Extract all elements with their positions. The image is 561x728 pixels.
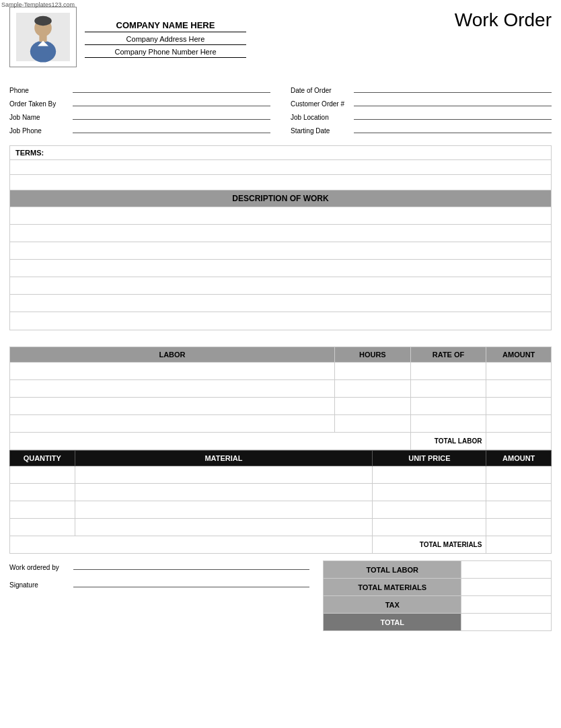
labor-row-4[interactable] — [10, 415, 552, 433]
work-ordered-by-line[interactable] — [73, 560, 309, 570]
job-name-line[interactable] — [73, 110, 270, 120]
company-address: Company Address Here — [85, 35, 246, 45]
material-row-2-desc[interactable] — [75, 484, 373, 501]
signature-line[interactable] — [73, 578, 309, 587]
labor-row-2-rate[interactable] — [410, 380, 486, 398]
header-left: COMPANY NAME HERE Company Address Here C… — [9, 7, 246, 67]
field-customer-order: Customer Order # — [291, 97, 552, 108]
labor-header-row: LABOR HOURS RATE OF AMOUNT — [10, 347, 552, 363]
field-job-location: Job Location — [291, 110, 552, 121]
summary-total-label: TOTAL — [324, 614, 461, 631]
labor-row-3-rate[interactable] — [410, 398, 486, 415]
summary-total-value[interactable] — [461, 614, 552, 631]
material-col-amount: AMOUNT — [486, 451, 552, 466]
phone-line[interactable] — [73, 83, 270, 93]
terms-row-2[interactable] — [10, 175, 551, 190]
material-row-4-unit[interactable] — [373, 519, 486, 536]
material-row-3-qty[interactable] — [10, 501, 75, 519]
labor-row-3[interactable] — [10, 398, 552, 415]
signature-field: Signature — [9, 578, 309, 589]
material-row-3-amount[interactable] — [486, 501, 552, 519]
desc-row-6[interactable] — [10, 295, 551, 312]
labor-row-1-rate[interactable] — [410, 363, 486, 380]
labor-row-4-rate[interactable] — [410, 415, 486, 433]
summary-total-materials-label: TOTAL MATERIALS — [324, 579, 461, 596]
fields-row-2: Order Taken By Customer Order # — [9, 97, 552, 108]
desc-row-2[interactable] — [10, 225, 551, 242]
material-row-2-unit[interactable] — [373, 484, 486, 501]
logo-person-icon — [16, 10, 70, 64]
customer-order-label: Customer Order # — [291, 100, 351, 108]
header: COMPANY NAME HERE Company Address Here C… — [9, 7, 552, 67]
material-row-1-amount[interactable] — [486, 466, 552, 484]
summary-row-total: TOTAL — [324, 614, 552, 631]
job-phone-line[interactable] — [73, 124, 270, 133]
summary-table: TOTAL LABOR TOTAL MATERIALS TAX TOTAL — [323, 560, 552, 631]
material-row-2-amount[interactable] — [486, 484, 552, 501]
labor-col-hours: HOURS — [335, 347, 411, 363]
company-info: COMPANY NAME HERE Company Address Here C… — [85, 16, 246, 58]
summary-row-tax: TAX — [324, 596, 552, 614]
job-phone-label: Job Phone — [9, 127, 70, 135]
desc-row-5[interactable] — [10, 277, 551, 295]
labor-row-1[interactable] — [10, 363, 552, 380]
material-total-value[interactable] — [486, 536, 552, 554]
customer-order-line[interactable] — [354, 97, 552, 106]
material-row-3[interactable] — [10, 501, 552, 519]
desc-row-4[interactable] — [10, 260, 551, 277]
material-row-1[interactable] — [10, 466, 552, 484]
order-taken-line[interactable] — [73, 97, 270, 106]
labor-col-rate: RATE OF — [410, 347, 486, 363]
material-row-1-desc[interactable] — [75, 466, 373, 484]
desc-row-3[interactable] — [10, 242, 551, 260]
material-total-label: TOTAL MATERIALS — [373, 536, 486, 554]
summary-total-labor-value[interactable] — [461, 561, 552, 579]
material-row-4-qty[interactable] — [10, 519, 75, 536]
labor-row-2-hours[interactable] — [335, 380, 411, 398]
summary-tax-value[interactable] — [461, 596, 552, 614]
material-row-4-amount[interactable] — [486, 519, 552, 536]
summary-left: Work ordered by Signature — [9, 560, 323, 595]
fields-section: Phone Date of Order Order Taken By Custo… — [9, 83, 552, 135]
labor-total-empty — [10, 433, 411, 450]
material-row-2[interactable] — [10, 484, 552, 501]
material-row-3-unit[interactable] — [373, 501, 486, 519]
material-row-1-unit[interactable] — [373, 466, 486, 484]
material-row-2-qty[interactable] — [10, 484, 75, 501]
labor-row-2-amount[interactable] — [486, 380, 552, 398]
svg-point-2 — [34, 16, 52, 26]
material-total-row: TOTAL MATERIALS — [10, 536, 552, 554]
material-row-1-qty[interactable] — [10, 466, 75, 484]
material-row-3-desc[interactable] — [75, 501, 373, 519]
labor-row-4-hours[interactable] — [335, 415, 411, 433]
desc-row-7[interactable] — [10, 312, 551, 330]
date-order-label: Date of Order — [291, 87, 351, 94]
date-order-line[interactable] — [354, 83, 552, 93]
labor-row-3-desc[interactable] — [10, 398, 335, 415]
labor-row-4-amount[interactable] — [486, 415, 552, 433]
starting-date-line[interactable] — [354, 124, 552, 133]
summary-total-materials-value[interactable] — [461, 579, 552, 596]
labor-row-2-desc[interactable] — [10, 380, 335, 398]
labor-col-amount: AMOUNT — [486, 347, 552, 363]
phone-label: Phone — [9, 87, 70, 94]
material-row-4-desc[interactable] — [75, 519, 373, 536]
labor-row-1-desc[interactable] — [10, 363, 335, 380]
terms-row-1[interactable] — [10, 160, 551, 175]
labor-row-2[interactable] — [10, 380, 552, 398]
job-location-line[interactable] — [354, 110, 552, 120]
summary-row-total-labor: TOTAL LABOR — [324, 561, 552, 579]
labor-total-value[interactable] — [486, 433, 552, 450]
material-table: QUANTITY MATERIAL UNIT PRICE AMOUNT — [9, 450, 552, 554]
labor-row-1-amount[interactable] — [486, 363, 552, 380]
labor-row-4-desc[interactable] — [10, 415, 335, 433]
material-row-4[interactable] — [10, 519, 552, 536]
labor-total-row: TOTAL LABOR — [10, 433, 552, 450]
material-col-qty: QUANTITY — [10, 451, 75, 466]
labor-row-1-hours[interactable] — [335, 363, 411, 380]
signature-label: Signature — [9, 581, 73, 589]
desc-row-1[interactable] — [10, 207, 551, 225]
labor-row-3-amount[interactable] — [486, 398, 552, 415]
labor-row-3-hours[interactable] — [335, 398, 411, 415]
watermark: Sample-Templates123.com — [1, 1, 75, 8]
